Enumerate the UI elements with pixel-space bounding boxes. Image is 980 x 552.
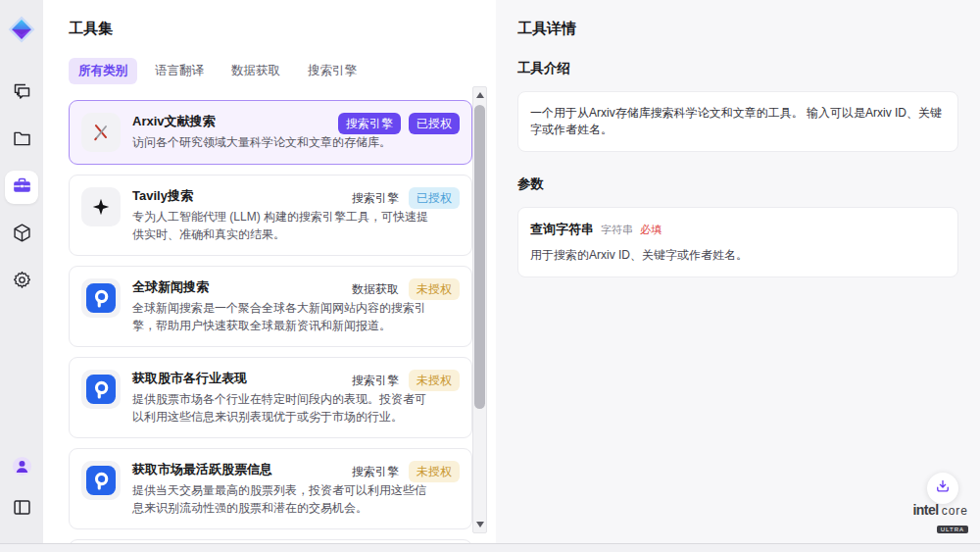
ultra-badge: ULTRA	[937, 526, 968, 533]
params-heading: 参数	[517, 176, 958, 193]
tool-auth-badge: 未授权	[409, 461, 460, 482]
core-wordmark: core	[942, 504, 968, 518]
tab-2[interactable]: 数据获取	[221, 58, 290, 84]
tool-list: Arxiv文献搜索 访问各个研究领域大量科学论文和文章的存储库。 搜索引擎 已授…	[69, 100, 472, 543]
layout-panel-icon	[12, 497, 32, 522]
page-title: 工具集	[69, 20, 496, 38]
cube-icon	[12, 223, 32, 247]
tool-card[interactable]: Tavily搜索 专为人工智能代理 (LLM) 构建的搜索引擎工具，可快速提供实…	[69, 175, 472, 256]
sidebar	[0, 0, 43, 543]
tool-description: 专为人工智能代理 (LLM) 构建的搜索引擎工具，可快速提供实时、准确和真实的结…	[132, 208, 428, 243]
tool-auth-badge: 未授权	[409, 370, 460, 391]
sidebar-item-models[interactable]	[5, 218, 38, 251]
tavily-icon	[81, 187, 121, 226]
app-logo-diamond-icon	[8, 16, 35, 43]
tool-detail-panel: 工具详情 工具介绍 一个用于从Arxiv存储库搜索科学论文和文章的工具。 输入可…	[496, 0, 980, 543]
intel-core-logo: intel core ULTRA	[912, 502, 968, 535]
tool-card[interactable]: 获取市场最活跃股票信息 提供当天交易量最高的股票列表，投资者可以利用这些信息来识…	[69, 448, 472, 529]
scrollbar-up-icon[interactable]	[476, 92, 484, 98]
chat-icon	[12, 81, 32, 106]
tool-category-badge: 数据获取	[350, 278, 401, 300]
sidebar-item-settings[interactable]	[5, 265, 38, 298]
param-description: 用于搜索的Arxiv ID、关键字或作者姓名。	[530, 247, 946, 264]
search-blue-icon	[81, 370, 121, 409]
arxiv-icon	[81, 113, 121, 152]
param-box: 查询字符串 字符串 必填 用于搜索的Arxiv ID、关键字或作者姓名。	[517, 207, 958, 277]
window-bottom-strip	[0, 544, 980, 551]
search-blue-icon	[81, 461, 121, 500]
tool-category-badge: 搜索引擎	[338, 113, 401, 134]
tool-auth-badge: 已授权	[409, 187, 460, 209]
tool-description: 全球新闻搜索是一个聚合全球各大新闻网站内容的搜索引擎，帮助用户快速获取全球最新资…	[132, 299, 428, 334]
tab-1[interactable]: 语言翻译	[145, 58, 214, 84]
avatar-icon	[12, 456, 32, 480]
tool-card[interactable]: Arxiv文献搜索 访问各个研究领域大量科学论文和文章的存储库。 搜索引擎 已授…	[69, 100, 472, 165]
param-name: 查询字符串	[530, 221, 594, 238]
sidebar-item-tools[interactable]	[5, 171, 38, 204]
intro-text: 一个用于从Arxiv存储库搜索科学论文和文章的工具。 输入可以是Arxiv ID…	[530, 105, 946, 138]
gear-icon	[12, 270, 32, 294]
tab-0[interactable]: 所有类别	[69, 58, 137, 84]
toolbox-icon	[12, 176, 32, 200]
tool-list-panel: 工具集 所有类别语言翻译数据获取搜索引擎 Arxiv文献搜索 访问各个研究领域大…	[43, 0, 496, 543]
tool-description: 提供股票市场各个行业在特定时间段内的表现。投资者可以利用这些信息来识别表现优于或…	[132, 390, 428, 426]
scrollbar-down-icon[interactable]	[476, 522, 484, 527]
tool-category-badge: 搜索引擎	[350, 187, 401, 209]
tool-card[interactable]: 万维地区新闻查询 查询具体行政区划内的新闻，快速了解各地新闻动 搜索引擎 未授权	[69, 539, 472, 543]
sidebar-item-files[interactable]	[5, 124, 38, 157]
search-blue-icon	[81, 278, 121, 318]
param-type: 字符串	[601, 223, 633, 237]
tool-auth-badge: 未授权	[409, 278, 460, 300]
detail-title: 工具详情	[517, 20, 958, 38]
category-tabs: 所有类别语言翻译数据获取搜索引擎	[69, 58, 496, 84]
tool-card[interactable]: 获取股市各行业表现 提供股票市场各个行业在特定时间段内的表现。投资者可以利用这些…	[69, 357, 472, 438]
tool-category-badge: 搜索引擎	[350, 370, 401, 391]
download-icon	[934, 477, 952, 499]
sidebar-item-profile[interactable]	[5, 451, 38, 484]
sidebar-item-toggle-panel[interactable]	[5, 492, 38, 526]
folder-icon	[12, 128, 32, 153]
download-button[interactable]	[927, 473, 958, 504]
tab-3[interactable]: 搜索引擎	[298, 58, 367, 84]
scrollbar-thumb[interactable]	[474, 105, 485, 409]
intro-box: 一个用于从Arxiv存储库搜索科学论文和文章的工具。 输入可以是Arxiv ID…	[517, 91, 958, 152]
intro-heading: 工具介绍	[517, 60, 958, 77]
list-scrollbar[interactable]	[472, 86, 487, 533]
tool-description: 提供当天交易量最高的股票列表，投资者可以利用这些信息来识别流动性强的股票和潜在的…	[132, 481, 428, 517]
tool-auth-badge: 已授权	[409, 113, 460, 134]
tool-description: 访问各个研究领域大量科学论文和文章的存储库。	[132, 133, 428, 151]
intel-wordmark: intel	[912, 502, 938, 518]
param-required-badge: 必填	[640, 223, 662, 237]
tool-category-badge: 搜索引擎	[350, 461, 401, 482]
sidebar-item-chat[interactable]	[5, 76, 38, 110]
app-window: 工具集 所有类别语言翻译数据获取搜索引擎 Arxiv文献搜索 访问各个研究领域大…	[0, 0, 980, 544]
tool-card[interactable]: 全球新闻搜索 全球新闻搜索是一个聚合全球各大新闻网站内容的搜索引擎，帮助用户快速…	[69, 266, 472, 347]
